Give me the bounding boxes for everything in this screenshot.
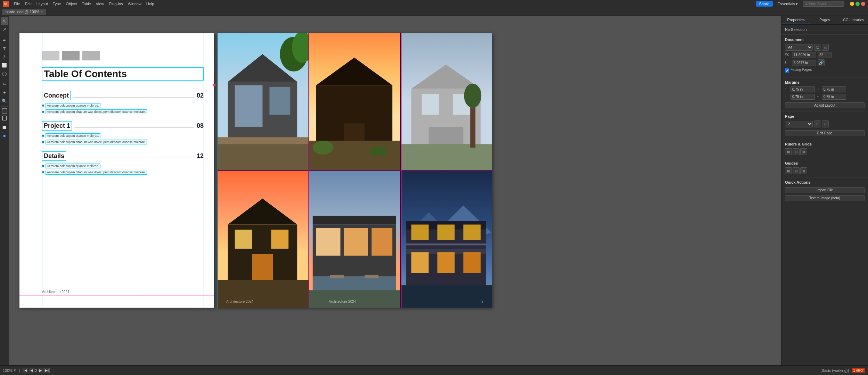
toc-footer-text: Architecture 2024 [42, 290, 69, 294]
svg-rect-54 [463, 252, 481, 273]
panel-tab-libraries[interactable]: CC Libraries [839, 16, 868, 24]
import-file-button[interactable]: Import File [785, 187, 865, 193]
landscape-icon[interactable]: ▭ [822, 44, 829, 51]
arch-text-2: Architecture 2024 [329, 300, 356, 303]
panel-tab-pages[interactable]: Pages [810, 16, 839, 24]
ellipse-tool[interactable]: ◯ [1, 70, 8, 77]
tab-close[interactable]: × [41, 10, 43, 14]
toc-sub-3b: Aeratem dolecupem ditaoum was dolecupem … [42, 170, 204, 175]
margin-left-icon: ← [816, 94, 820, 98]
height-input[interactable] [792, 60, 816, 66]
svg-rect-50 [437, 225, 455, 240]
page-icon-1[interactable]: ☐ [814, 120, 821, 127]
guide-icon-1[interactable]: ⊞ [785, 167, 792, 174]
toc-entry-num-concept: 02 [197, 92, 204, 99]
menu-table[interactable]: Table [80, 1, 93, 7]
svg-rect-52 [411, 252, 429, 273]
panel-quick-actions: Quick Actions Import File Text to Image … [781, 177, 868, 204]
toc-sub-text-1b: Aeratem dolecupem ditaoum was dolecupem … [46, 109, 147, 114]
selection-tool[interactable]: ↖ [1, 17, 8, 25]
svg-rect-6 [269, 87, 290, 115]
rectangle-tool[interactable]: ⬜ [1, 61, 8, 69]
svg-rect-29 [271, 230, 288, 249]
menu-layout[interactable]: Layout [34, 1, 50, 7]
margin-top-input[interactable] [791, 86, 815, 92]
menu-plugins[interactable]: Plug-Ins [107, 1, 125, 7]
toc-dot-2b [42, 141, 44, 143]
free-transform-tool[interactable]: ✦ [1, 89, 8, 97]
next-page-button[interactable]: ▶ [38, 368, 43, 373]
toc-sub-text-2b: Aeratem dolecupem ditaoum was dolecupem … [46, 140, 147, 144]
type-tool[interactable]: T [1, 45, 8, 52]
edit-page-button[interactable]: Edit Page [785, 130, 865, 136]
normal-mode[interactable]: ⬜ [1, 124, 8, 131]
margin-left-input[interactable] [822, 94, 846, 100]
fill-color[interactable] [2, 108, 7, 114]
svg-rect-28 [235, 230, 252, 249]
overflow-indicator [213, 84, 215, 86]
grids-icon[interactable]: ⊟ [793, 148, 800, 155]
first-page-button[interactable]: |◀ [23, 368, 28, 373]
page-num-select[interactable]: 2 1 3 [785, 121, 813, 127]
zoom-control: 100% ▾ [3, 368, 16, 373]
panel-rulers: Rulers & Grids ⊞ ⊟ ⊠ [781, 139, 868, 158]
photo-grid [218, 33, 492, 308]
width-num-input[interactable] [818, 52, 832, 58]
frame-icon[interactable]: ⊠ [800, 148, 807, 155]
last-page-button[interactable]: ▶| [44, 368, 50, 373]
scissors-tool[interactable]: ✂ [1, 81, 8, 88]
document-tab[interactable]: bardo.indd @ 100% × [2, 9, 46, 15]
portrait-icon[interactable]: ☐ [814, 44, 821, 51]
menu-help[interactable]: Help [144, 1, 156, 7]
text-to-image-button[interactable]: Text to Image (beta) [785, 195, 865, 201]
svg-rect-23 [470, 102, 475, 148]
status-bar: 100% ▾ | |◀ ◀ 2 ▶ ▶| | [Basic (working)]… [0, 365, 868, 375]
prev-page-button[interactable]: ◀ [29, 368, 34, 373]
menu-window[interactable]: Window [126, 1, 144, 7]
doc-size-select[interactable]: A4 Letter A3 [785, 44, 813, 51]
guide-icon-3[interactable]: ⊠ [800, 167, 807, 174]
page-section-title: Page [785, 114, 865, 118]
menu-file[interactable]: File [12, 1, 22, 7]
preview-mode[interactable]: ◼ [1, 132, 8, 140]
toc-footer-line [72, 292, 141, 292]
line-tool[interactable]: / [1, 53, 8, 61]
panel-tab-properties[interactable]: Properties [781, 16, 810, 24]
document-section-title: Document [785, 38, 865, 42]
stroke-color[interactable] [2, 116, 7, 120]
menu-edit[interactable]: Edit [23, 1, 34, 7]
svg-rect-37 [371, 228, 392, 256]
window-close[interactable] [861, 2, 865, 6]
adjust-layout-button[interactable]: Adjust Layout [785, 102, 865, 108]
window-maximize[interactable] [855, 2, 860, 6]
share-button[interactable]: Share [756, 1, 773, 7]
zoom-dropdown-icon[interactable]: ▾ [14, 368, 16, 373]
page-right: Architecture 2024 Architecture 2024 2 [218, 33, 492, 308]
color-block-2 [62, 51, 80, 60]
zoom-tool[interactable]: 🔍 [1, 97, 8, 105]
photo-cell-5 [309, 171, 400, 308]
guide-icon-2[interactable]: ⊟ [793, 167, 800, 174]
menu-view[interactable]: View [94, 1, 106, 7]
error-badge[interactable]: 1 error [852, 368, 865, 373]
menu-object[interactable]: Object [64, 1, 79, 7]
width-input[interactable] [792, 52, 816, 58]
direct-select-tool[interactable]: ↗ [1, 26, 8, 33]
page-icon-2[interactable]: ▭ [822, 120, 829, 127]
quick-actions-title: Quick Actions [785, 180, 865, 184]
photo-svg-3 [401, 33, 492, 170]
essentials-dropdown[interactable]: Essentials ▾ [776, 1, 800, 7]
margin-right-input[interactable] [822, 86, 846, 92]
toc-dot-1b [42, 111, 44, 113]
rulers-icon[interactable]: ⊞ [785, 148, 792, 155]
pen-tool[interactable]: ✒ [1, 36, 8, 44]
margin-bottom-input[interactable] [791, 94, 815, 100]
search-input[interactable] [803, 1, 844, 7]
facing-pages-checkbox[interactable] [785, 68, 789, 73]
rulers-icons: ⊞ ⊟ ⊠ [785, 148, 865, 155]
left-toolbar: ↖ ↗ ✒ T / ⬜ ◯ ✂ ✦ 🔍 ⬜ ◼ [0, 16, 9, 365]
link-dimensions-icon[interactable]: 🔗 [818, 59, 825, 66]
window-minimize[interactable] [850, 2, 854, 6]
menu-type[interactable]: Type [51, 1, 63, 7]
toc-entry-title-concept: Concept [42, 91, 71, 100]
